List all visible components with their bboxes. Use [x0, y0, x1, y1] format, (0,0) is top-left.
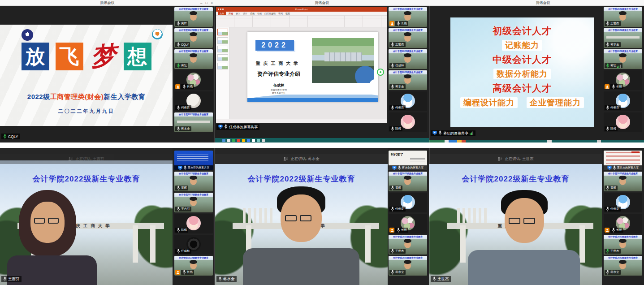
campus-gate — [606, 36, 640, 39]
participant-thumbnail[interactable]: 长艳 — [604, 214, 642, 233]
participant-thumbnail[interactable]: 长艳 — [389, 214, 427, 233]
taskbar-app-icon[interactable] — [242, 139, 245, 142]
participant-thumbnail[interactable]: 会计学院2022级新生专业教育王世杰 — [389, 235, 427, 255]
thumb-name-chip: 黄辉 — [389, 186, 402, 190]
thumb-name-row: 陆梅 — [605, 126, 618, 131]
ppt-ribbon-tab[interactable]: 幻灯片放映 — [264, 12, 276, 15]
participant-thumbnail[interactable]: 会计学院2022级新生专业教育黄辉 — [389, 172, 427, 191]
participant-thumbnail[interactable]: 会计学院2022级新生专业教育蒋水全 — [389, 256, 427, 276]
slide-thumbnail[interactable] — [217, 37, 228, 44]
ppt-ribbon-tab[interactable]: 设计 — [243, 12, 247, 15]
participant-thumbnail[interactable]: 时代变了蒋水全的屏幕共享 — [389, 151, 427, 170]
floating-assistant-button[interactable] — [377, 69, 384, 76]
participant-thumbnail[interactable]: 会计学院2022级新生专业教育蒋弘 — [604, 49, 642, 69]
thumb-name-chip: 长艳 — [181, 270, 194, 275]
participant-thumbnail[interactable]: 会计学院2022级新生专业教育王世杰 — [389, 28, 427, 48]
taskbar-app-icon[interactable] — [232, 139, 235, 142]
participant-thumbnail[interactable]: 会计学院2022级新生专业教育蒋水全 — [604, 256, 642, 276]
participant-strip: 会计学院2022级新生专业教育黄辉会计学院2022级新生专业教育CQLY会计学院… — [173, 6, 215, 142]
maximize-button[interactable]: □ — [205, 0, 207, 6]
participant-thumbnail[interactable]: 何俊良 — [604, 91, 642, 111]
participant-thumbnail[interactable]: 何俊良 — [389, 193, 427, 212]
thumb-name-row: 蒋弘 — [605, 63, 622, 68]
participant-thumbnail[interactable]: 会计学院2022级新生专业教育蒋水全 — [174, 112, 213, 132]
slide-thumbnail[interactable] — [217, 63, 228, 69]
participant-thumbnail[interactable]: 何俊良 — [174, 91, 213, 111]
share-label-text: 蒋水全的屏幕共享 — [402, 166, 424, 170]
minimize-button[interactable]: – — [200, 0, 202, 6]
mic-icon — [3, 275, 7, 283]
slide-line: 记账能力 — [502, 40, 542, 51]
taskbar-app-icon[interactable] — [257, 139, 260, 142]
participant-thumbnail[interactable]: 陆梅 — [604, 112, 642, 132]
thumb-banner-text: 会计学院2022级新生专业教育 — [604, 7, 642, 11]
school-logo-icon — [152, 29, 163, 40]
participant-thumbnail[interactable]: 长艳 — [174, 70, 213, 90]
taskbar-app-icon[interactable] — [227, 139, 230, 142]
participant-thumbnail[interactable]: 会计学院2022级新生专业教育蒋水全 — [389, 70, 427, 90]
thumb-name-chip: 何俊良 — [605, 105, 621, 110]
participant-thumbnail[interactable]: 会计学院2022级新生专业教育黄辉 — [174, 172, 213, 191]
ppt-ribbon-tab[interactable]: 动画 — [257, 12, 262, 15]
participant-thumbnail[interactable]: 陆梅 — [389, 112, 427, 132]
ppt-ribbon-tab[interactable]: 视图 — [285, 12, 290, 15]
mic-icon — [177, 247, 180, 255]
participant-thumbnail[interactable]: 王吉芬的屏幕共享 — [174, 151, 213, 170]
ppt-ribbon-tab[interactable]: 切换 — [250, 12, 255, 15]
ppt-slide-pane[interactable] — [216, 27, 229, 119]
taskbar-app-icon[interactable] — [222, 139, 225, 142]
thumb-name: 长艳 — [616, 85, 622, 89]
mic-icon — [224, 124, 228, 130]
taskbar-app-icon[interactable] — [247, 139, 250, 142]
thumb-name-row: 王世杰 — [389, 249, 406, 254]
participant-strip: 时代变了蒋水全的屏幕共享会计学院2022级新生专业教育黄辉何俊良长艳会计学院20… — [387, 148, 429, 285]
thumb-name: CQLY — [181, 43, 189, 46]
mic-icon — [438, 130, 442, 136]
speaker-person — [468, 186, 580, 285]
slide-thumbnail[interactable] — [217, 46, 228, 52]
participant-thumbnail[interactable]: 会计学院2022级新生专业教育蒋弘 — [174, 49, 213, 69]
shared-slide-fly-dreams: 放 飞 梦 想 2022级工商管理类(财会)新生入学教育 二〇二二年九月九日 — [0, 25, 173, 126]
thumb-name-chip: 陆梅 — [175, 228, 188, 233]
mic-icon — [612, 226, 615, 234]
participant-thumbnail[interactable]: 陆梅 — [174, 214, 213, 233]
participant-thumbnail[interactable]: 何俊良 — [389, 91, 427, 111]
screen-share-label: 蒋弘的屏幕共享 — [431, 130, 475, 136]
share-label-text: 王吉芬的屏幕共享 — [188, 166, 209, 170]
participant-thumbnail[interactable]: 会计学院2022级新生专业教育长艳 — [389, 7, 427, 27]
close-button[interactable]: × — [211, 0, 213, 6]
participant-thumbnail[interactable]: 会计学院2022级新生专业教育任成林 — [389, 49, 427, 69]
participant-thumbnail[interactable]: 会计学院2022级新生专业教育王世杰 — [604, 235, 642, 255]
slide-thumbnail[interactable] — [217, 54, 228, 61]
participant-thumbnail[interactable]: 会计学院2022级新生专业教育黄辉 — [174, 7, 213, 27]
thumb-name: 蒋水全 — [395, 85, 404, 89]
participant-thumbnail[interactable]: 会计学院2022级新生专业教育CQLY — [174, 28, 213, 48]
ppt-ribbon-tab[interactable]: 开始 — [229, 12, 233, 15]
participant-thumbnail[interactable]: 会计学院2022级新生专业教育蒋水全 — [604, 28, 642, 48]
ppt-ribbon-tab[interactable]: 文件 — [218, 12, 226, 15]
taskbar-app-icon[interactable] — [262, 139, 265, 142]
taskbar-app-icon[interactable] — [237, 139, 240, 142]
slide-thumbnail[interactable] — [217, 29, 228, 35]
host-badge-icon — [605, 228, 609, 233]
speaking-person-icon — [497, 155, 502, 163]
participant-thumbnail[interactable]: 长艳 — [604, 70, 642, 90]
participant-thumbnail[interactable]: 何俊良 — [604, 193, 642, 212]
thumb-banner-text: 会计学院2022级新生专业教育 — [174, 193, 213, 197]
screen-share-icon — [392, 166, 397, 170]
person-face — [190, 34, 197, 42]
thumb-name-chip: 王世杰 — [389, 42, 406, 47]
slide-school-name: 重 庆 工 商 大 学 — [248, 60, 307, 67]
screenshot-grid: 腾讯会议 – □ × 放 飞 梦 想 2022级工商管理类(财会)新生入学教育 — [0, 0, 644, 285]
taskbar-app-icon[interactable] — [252, 139, 255, 142]
participant-thumbnail[interactable]: 会计学院2022级新生专业教育黄辉 — [604, 172, 642, 191]
ppt-ribbon-tab[interactable]: 插入 — [236, 12, 240, 15]
participant-thumbnail[interactable]: 会计学院2022级新生专业教育长艳 — [174, 256, 213, 276]
thumb-name-chip: 何俊良 — [175, 105, 191, 110]
participant-thumbnail[interactable]: 任成林 — [174, 235, 213, 255]
participant-thumbnail[interactable]: 会计学院2022级新生专业教育王世杰 — [604, 7, 642, 27]
thumb-name-row: 陆梅 — [175, 228, 188, 233]
participant-thumbnail[interactable]: 会计学院2022级新生专业教育王吉芬 — [174, 193, 213, 212]
ppt-ribbon-tab[interactable]: 审阅 — [278, 12, 283, 15]
participant-thumbnail[interactable]: 王世杰的屏幕共享 — [604, 151, 642, 170]
